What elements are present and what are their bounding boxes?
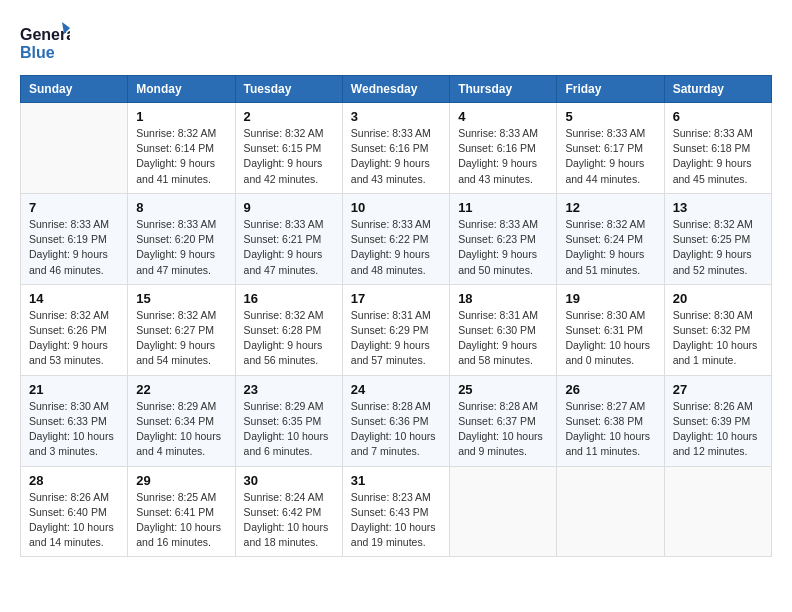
calendar-day-cell: 8Sunrise: 8:33 AMSunset: 6:20 PMDaylight… — [128, 193, 235, 284]
day-detail: Sunrise: 8:28 AMSunset: 6:36 PMDaylight:… — [351, 399, 441, 460]
day-detail: Sunrise: 8:29 AMSunset: 6:34 PMDaylight:… — [136, 399, 226, 460]
calendar-table: SundayMondayTuesdayWednesdayThursdayFrid… — [20, 75, 772, 557]
calendar-week-row: 7Sunrise: 8:33 AMSunset: 6:19 PMDaylight… — [21, 193, 772, 284]
calendar-day-cell: 7Sunrise: 8:33 AMSunset: 6:19 PMDaylight… — [21, 193, 128, 284]
logo: GeneralBlue — [20, 20, 70, 65]
calendar-day-cell: 15Sunrise: 8:32 AMSunset: 6:27 PMDayligh… — [128, 284, 235, 375]
weekday-header-tuesday: Tuesday — [235, 76, 342, 103]
calendar-day-cell: 9Sunrise: 8:33 AMSunset: 6:21 PMDaylight… — [235, 193, 342, 284]
day-number: 10 — [351, 200, 441, 215]
calendar-day-cell — [557, 466, 664, 557]
day-number: 20 — [673, 291, 763, 306]
day-number: 17 — [351, 291, 441, 306]
day-detail: Sunrise: 8:32 AMSunset: 6:25 PMDaylight:… — [673, 217, 763, 278]
calendar-day-cell: 31Sunrise: 8:23 AMSunset: 6:43 PMDayligh… — [342, 466, 449, 557]
calendar-day-cell: 29Sunrise: 8:25 AMSunset: 6:41 PMDayligh… — [128, 466, 235, 557]
calendar-day-cell: 10Sunrise: 8:33 AMSunset: 6:22 PMDayligh… — [342, 193, 449, 284]
day-number: 16 — [244, 291, 334, 306]
day-detail: Sunrise: 8:33 AMSunset: 6:19 PMDaylight:… — [29, 217, 119, 278]
day-detail: Sunrise: 8:33 AMSunset: 6:18 PMDaylight:… — [673, 126, 763, 187]
calendar-day-cell: 26Sunrise: 8:27 AMSunset: 6:38 PMDayligh… — [557, 375, 664, 466]
calendar-day-cell — [450, 466, 557, 557]
day-detail: Sunrise: 8:32 AMSunset: 6:28 PMDaylight:… — [244, 308, 334, 369]
day-detail: Sunrise: 8:25 AMSunset: 6:41 PMDaylight:… — [136, 490, 226, 551]
day-number: 8 — [136, 200, 226, 215]
calendar-header-row: SundayMondayTuesdayWednesdayThursdayFrid… — [21, 76, 772, 103]
day-number: 24 — [351, 382, 441, 397]
day-detail: Sunrise: 8:24 AMSunset: 6:42 PMDaylight:… — [244, 490, 334, 551]
day-detail: Sunrise: 8:32 AMSunset: 6:15 PMDaylight:… — [244, 126, 334, 187]
day-detail: Sunrise: 8:30 AMSunset: 6:33 PMDaylight:… — [29, 399, 119, 460]
day-number: 27 — [673, 382, 763, 397]
calendar-day-cell — [21, 103, 128, 194]
day-number: 23 — [244, 382, 334, 397]
calendar-day-cell: 21Sunrise: 8:30 AMSunset: 6:33 PMDayligh… — [21, 375, 128, 466]
calendar-day-cell — [664, 466, 771, 557]
weekday-header-friday: Friday — [557, 76, 664, 103]
calendar-day-cell: 1Sunrise: 8:32 AMSunset: 6:14 PMDaylight… — [128, 103, 235, 194]
day-detail: Sunrise: 8:28 AMSunset: 6:37 PMDaylight:… — [458, 399, 548, 460]
day-detail: Sunrise: 8:32 AMSunset: 6:27 PMDaylight:… — [136, 308, 226, 369]
day-detail: Sunrise: 8:32 AMSunset: 6:14 PMDaylight:… — [136, 126, 226, 187]
day-detail: Sunrise: 8:33 AMSunset: 6:23 PMDaylight:… — [458, 217, 548, 278]
day-number: 6 — [673, 109, 763, 124]
calendar-day-cell: 30Sunrise: 8:24 AMSunset: 6:42 PMDayligh… — [235, 466, 342, 557]
calendar-day-cell: 22Sunrise: 8:29 AMSunset: 6:34 PMDayligh… — [128, 375, 235, 466]
day-number: 13 — [673, 200, 763, 215]
calendar-day-cell: 16Sunrise: 8:32 AMSunset: 6:28 PMDayligh… — [235, 284, 342, 375]
calendar-day-cell: 27Sunrise: 8:26 AMSunset: 6:39 PMDayligh… — [664, 375, 771, 466]
calendar-week-row: 21Sunrise: 8:30 AMSunset: 6:33 PMDayligh… — [21, 375, 772, 466]
calendar-day-cell: 5Sunrise: 8:33 AMSunset: 6:17 PMDaylight… — [557, 103, 664, 194]
day-detail: Sunrise: 8:30 AMSunset: 6:31 PMDaylight:… — [565, 308, 655, 369]
calendar-week-row: 28Sunrise: 8:26 AMSunset: 6:40 PMDayligh… — [21, 466, 772, 557]
day-number: 25 — [458, 382, 548, 397]
calendar-week-row: 1Sunrise: 8:32 AMSunset: 6:14 PMDaylight… — [21, 103, 772, 194]
day-detail: Sunrise: 8:33 AMSunset: 6:20 PMDaylight:… — [136, 217, 226, 278]
calendar-day-cell: 6Sunrise: 8:33 AMSunset: 6:18 PMDaylight… — [664, 103, 771, 194]
day-number: 5 — [565, 109, 655, 124]
calendar-day-cell: 20Sunrise: 8:30 AMSunset: 6:32 PMDayligh… — [664, 284, 771, 375]
day-detail: Sunrise: 8:30 AMSunset: 6:32 PMDaylight:… — [673, 308, 763, 369]
day-detail: Sunrise: 8:23 AMSunset: 6:43 PMDaylight:… — [351, 490, 441, 551]
calendar-day-cell: 4Sunrise: 8:33 AMSunset: 6:16 PMDaylight… — [450, 103, 557, 194]
day-number: 2 — [244, 109, 334, 124]
calendar-day-cell: 3Sunrise: 8:33 AMSunset: 6:16 PMDaylight… — [342, 103, 449, 194]
day-detail: Sunrise: 8:31 AMSunset: 6:29 PMDaylight:… — [351, 308, 441, 369]
day-detail: Sunrise: 8:32 AMSunset: 6:24 PMDaylight:… — [565, 217, 655, 278]
weekday-header-sunday: Sunday — [21, 76, 128, 103]
day-number: 3 — [351, 109, 441, 124]
calendar-day-cell: 23Sunrise: 8:29 AMSunset: 6:35 PMDayligh… — [235, 375, 342, 466]
weekday-header-monday: Monday — [128, 76, 235, 103]
day-number: 19 — [565, 291, 655, 306]
weekday-header-thursday: Thursday — [450, 76, 557, 103]
day-number: 1 — [136, 109, 226, 124]
calendar-day-cell: 24Sunrise: 8:28 AMSunset: 6:36 PMDayligh… — [342, 375, 449, 466]
day-number: 30 — [244, 473, 334, 488]
day-number: 28 — [29, 473, 119, 488]
calendar-day-cell: 25Sunrise: 8:28 AMSunset: 6:37 PMDayligh… — [450, 375, 557, 466]
page-header: GeneralBlue — [20, 20, 772, 65]
day-number: 9 — [244, 200, 334, 215]
day-number: 14 — [29, 291, 119, 306]
day-number: 11 — [458, 200, 548, 215]
calendar-day-cell: 13Sunrise: 8:32 AMSunset: 6:25 PMDayligh… — [664, 193, 771, 284]
day-detail: Sunrise: 8:33 AMSunset: 6:16 PMDaylight:… — [458, 126, 548, 187]
day-detail: Sunrise: 8:33 AMSunset: 6:17 PMDaylight:… — [565, 126, 655, 187]
svg-text:Blue: Blue — [20, 44, 55, 61]
day-detail: Sunrise: 8:33 AMSunset: 6:21 PMDaylight:… — [244, 217, 334, 278]
day-number: 29 — [136, 473, 226, 488]
day-number: 22 — [136, 382, 226, 397]
weekday-header-wednesday: Wednesday — [342, 76, 449, 103]
day-detail: Sunrise: 8:29 AMSunset: 6:35 PMDaylight:… — [244, 399, 334, 460]
calendar-day-cell: 14Sunrise: 8:32 AMSunset: 6:26 PMDayligh… — [21, 284, 128, 375]
day-number: 15 — [136, 291, 226, 306]
day-detail: Sunrise: 8:33 AMSunset: 6:22 PMDaylight:… — [351, 217, 441, 278]
calendar-day-cell: 17Sunrise: 8:31 AMSunset: 6:29 PMDayligh… — [342, 284, 449, 375]
day-detail: Sunrise: 8:31 AMSunset: 6:30 PMDaylight:… — [458, 308, 548, 369]
calendar-day-cell: 28Sunrise: 8:26 AMSunset: 6:40 PMDayligh… — [21, 466, 128, 557]
calendar-day-cell: 2Sunrise: 8:32 AMSunset: 6:15 PMDaylight… — [235, 103, 342, 194]
calendar-day-cell: 11Sunrise: 8:33 AMSunset: 6:23 PMDayligh… — [450, 193, 557, 284]
calendar-day-cell: 12Sunrise: 8:32 AMSunset: 6:24 PMDayligh… — [557, 193, 664, 284]
svg-text:General: General — [20, 26, 70, 43]
day-number: 31 — [351, 473, 441, 488]
